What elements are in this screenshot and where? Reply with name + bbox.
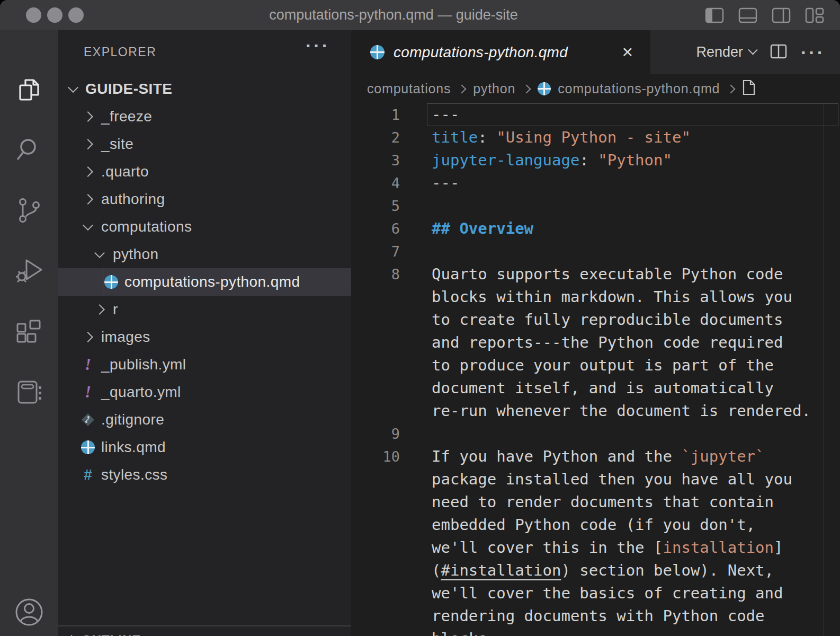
code-row: re-run whenever the document is rendered… — [351, 400, 840, 422]
tab-computations-python[interactable]: computations-python.qmd ✕ — [351, 30, 650, 74]
tree-item-label: .gitignore — [101, 411, 164, 428]
line-number — [351, 354, 400, 377]
line-number — [351, 582, 400, 605]
activitybar-explorer[interactable] — [14, 76, 44, 107]
customize-layout-button[interactable] — [805, 7, 824, 24]
tree-item-computations-python-qmd[interactable]: computations-python.qmd — [58, 268, 351, 296]
tree-item-r[interactable]: r — [58, 296, 351, 323]
tree-item--site[interactable]: _site — [58, 130, 351, 158]
zoom-window-button[interactable] — [68, 7, 84, 23]
activitybar-extensions[interactable] — [14, 317, 44, 348]
tree-item--publish-yml[interactable]: !_publish.yml — [58, 351, 351, 378]
tree-item-styles-css[interactable]: #styles.css — [58, 461, 351, 489]
activitybar-search[interactable] — [14, 136, 44, 166]
css-icon: # — [81, 466, 95, 483]
tree-item-guide-site[interactable]: GUIDE-SITE — [58, 75, 351, 103]
breadcrumb-computations[interactable]: computations — [367, 81, 451, 96]
line-number: 4 — [351, 172, 400, 195]
code-row: rendering documents with Python code — [351, 605, 840, 628]
search-icon — [15, 136, 43, 166]
code-row: we'll cover the basics of creating and — [351, 582, 840, 605]
activitybar-run-debug[interactable] — [14, 257, 44, 287]
yaml-icon: ! — [81, 355, 95, 374]
vscode-window: computations-python.qmd — guide-site EXP… — [0, 0, 840, 636]
tree-item-authoring[interactable]: authoring — [58, 186, 351, 213]
tree-item-label: _quarto.yml — [101, 384, 181, 401]
code-row: package installed then you have all you — [351, 468, 840, 491]
tree-item-label: python — [113, 246, 158, 263]
tree-item-label: images — [101, 329, 150, 346]
tree-item--quarto[interactable]: .quarto — [58, 158, 351, 186]
line-number: 3 — [351, 149, 400, 172]
tree-item-computations[interactable]: computations — [58, 213, 351, 241]
code-row: and reports---the Python code required — [351, 331, 840, 354]
folder-chevron — [81, 140, 95, 148]
minimize-window-button[interactable] — [47, 7, 62, 23]
activitybar-notebook[interactable] — [14, 378, 44, 409]
git-icon — [81, 413, 95, 427]
line-number: 1 — [351, 103, 400, 126]
outline-header[interactable]: OUTLINE — [58, 626, 351, 636]
breadcrumb-separator-icon — [458, 84, 467, 93]
tree-item--gitignore[interactable]: .gitignore — [58, 406, 351, 434]
line-number — [351, 559, 400, 582]
breadcrumb-python[interactable]: python — [473, 81, 515, 96]
code-row: document itself, and is automatically — [351, 377, 840, 400]
folder-chevron — [81, 168, 95, 175]
line-number — [351, 308, 400, 331]
folder-chevron — [66, 85, 81, 93]
tree-item-images[interactable]: images — [58, 323, 351, 351]
code-row: embedded Python code (if you don't, — [351, 514, 840, 536]
folder-chevron — [81, 333, 95, 341]
code-row: 5 — [351, 195, 840, 217]
render-button[interactable]: Render — [696, 44, 756, 60]
explorer-more-actions-button[interactable]: ··· — [306, 37, 330, 55]
code-editor[interactable]: 1---2title: "Using Python - site"3jupyte… — [351, 103, 840, 636]
close-window-button[interactable] — [26, 7, 41, 23]
code-row: blocks. — [351, 628, 840, 636]
code-row: 4--- — [351, 172, 840, 195]
line-number: 5 — [351, 195, 400, 217]
render-label: Render — [696, 44, 743, 60]
breadcrumb-symbol[interactable] — [742, 80, 756, 99]
chevron-right-icon — [83, 194, 93, 205]
tree-item-links-qmd[interactable]: links.qmd — [58, 434, 351, 461]
toggle-secondary-sidebar-button[interactable] — [772, 7, 791, 24]
code-row: 8Quarto supports executable Python code — [351, 263, 840, 286]
close-tab-icon[interactable]: ✕ — [621, 44, 633, 61]
breadcrumb-computations-python.qmd[interactable]: computations-python.qmd — [538, 81, 720, 96]
activity-bar — [0, 30, 58, 636]
split-editor-button[interactable] — [770, 44, 787, 61]
tab-strip: computations-python.qmd ✕ Render ··· — [351, 30, 840, 74]
quarto-icon — [81, 440, 95, 454]
line-number — [351, 628, 400, 636]
chevron-right-icon — [94, 304, 105, 315]
tree-item-label: _freeze — [101, 108, 152, 125]
tree-item--freeze[interactable]: _freeze — [58, 103, 351, 130]
traffic-lights — [26, 7, 84, 23]
activitybar-account[interactable] — [14, 598, 44, 629]
code-row: 7 — [351, 240, 840, 263]
tree-item-label: computations — [101, 218, 192, 235]
editor-more-actions-button[interactable]: ··· — [801, 43, 825, 61]
tree-item-python[interactable]: python — [58, 241, 351, 268]
titlebar: computations-python.qmd — guide-site — [0, 0, 840, 30]
indent-guide — [103, 268, 103, 296]
layout-controls — [705, 7, 824, 24]
chevron-down-icon — [748, 45, 757, 55]
quarto-icon — [370, 45, 385, 59]
toggle-primary-sidebar-button[interactable] — [705, 7, 724, 24]
editor-actions: Render ··· — [696, 30, 840, 74]
chevron-down-icon — [68, 82, 78, 93]
code-row: blocks within markdown. This allows you — [351, 286, 840, 308]
tree-item-label: r — [113, 301, 118, 318]
chevron-down-icon — [83, 220, 93, 231]
toggle-panel-button[interactable] — [738, 7, 757, 24]
line-number: 2 — [351, 126, 400, 149]
line-number — [351, 491, 400, 514]
tree-item--quarto-yml[interactable]: !_quarto.yml — [58, 378, 351, 406]
files-icon — [15, 76, 43, 107]
code-row: 10If you have Python and the `jupyter` — [351, 445, 840, 468]
activitybar-source-control[interactable] — [14, 196, 44, 227]
quarto-icon — [538, 82, 551, 95]
